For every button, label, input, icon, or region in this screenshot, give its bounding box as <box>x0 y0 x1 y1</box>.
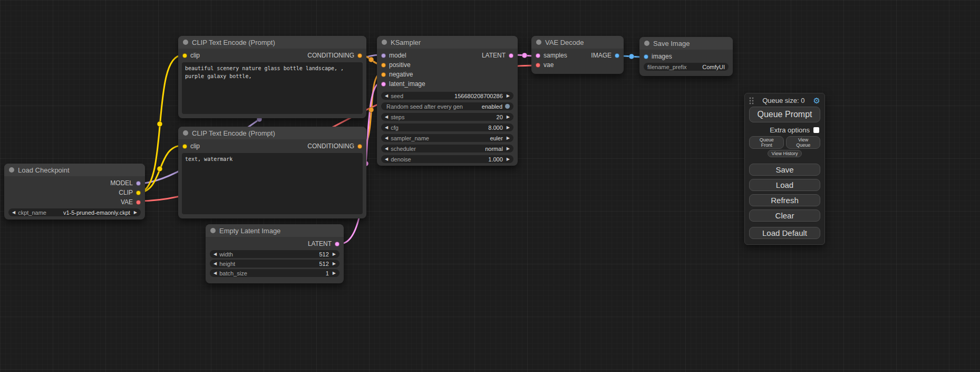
positive-prompt-textarea[interactable]: beautiful scenery nature glass bottle la… <box>182 62 363 114</box>
slot-row: clip CONDITIONING <box>178 51 366 60</box>
negative-prompt-textarea[interactable]: text, watermark <box>182 153 363 214</box>
queue-front-button[interactable]: Queue Front <box>749 136 784 149</box>
load-button[interactable]: Load <box>749 179 820 191</box>
node-title: Empty Latent Image <box>219 227 280 235</box>
widget-value: normal <box>485 146 503 152</box>
prev-option-arrow-icon[interactable]: ◀ <box>385 147 388 151</box>
widget-value: v1-5-pruned-emaonly.ckpt <box>63 209 130 216</box>
decrement-arrow-icon[interactable]: ◀ <box>385 94 388 98</box>
settings-gear-icon[interactable]: ⚙ <box>813 97 820 104</box>
ckpt-name-widget[interactable]: ◀ ckpt_name v1-5-pruned-emaonly.ckpt ▶ <box>8 208 141 216</box>
vae-output-socket[interactable] <box>136 200 141 205</box>
batch-size-widget[interactable]: ◀ batch_size 1 ▶ <box>210 269 339 277</box>
comfyui-canvas[interactable]: { "colors": { "model": "#B39DDB", "clip"… <box>0 0 980 372</box>
increment-arrow-icon[interactable]: ▶ <box>507 94 510 98</box>
vae-input-socket[interactable] <box>536 63 540 68</box>
images-input-socket[interactable] <box>644 54 648 59</box>
extra-options-checkbox[interactable] <box>813 127 819 133</box>
widget-value: enabled <box>482 103 502 110</box>
node-title-bar[interactable]: Save Image <box>639 37 733 50</box>
extra-options-label: Extra options <box>770 126 810 134</box>
increment-arrow-icon[interactable]: ▶ <box>134 211 137 215</box>
image-output-socket[interactable] <box>615 53 619 58</box>
negative-input-socket[interactable] <box>381 72 386 77</box>
node-load-checkpoint[interactable]: Load Checkpoint MODEL CLIP VAE ◀ ckpt_na… <box>4 164 145 220</box>
node-clip-text-encode-positive[interactable]: CLIP Text Encode (Prompt) clip CONDITION… <box>178 36 366 118</box>
node-title-bar[interactable]: Empty Latent Image <box>206 224 344 237</box>
increment-arrow-icon[interactable]: ▶ <box>333 252 336 256</box>
increment-arrow-icon[interactable]: ▶ <box>507 157 510 161</box>
input-label: vae <box>544 61 554 69</box>
refresh-button[interactable]: Refresh <box>749 194 820 206</box>
widget-value: ComfyUI <box>702 64 725 70</box>
node-vae-decode[interactable]: VAE Decode samples IMAGE vae <box>531 36 624 74</box>
drag-handle-icon[interactable] <box>749 97 754 104</box>
view-history-button[interactable]: View History <box>768 150 802 157</box>
steps-widget[interactable]: ◀ steps 20 ▶ <box>381 113 513 121</box>
decrement-arrow-icon[interactable]: ◀ <box>214 271 217 275</box>
clip-input-socket[interactable] <box>182 53 187 58</box>
increment-arrow-icon[interactable]: ▶ <box>333 271 336 275</box>
decrement-arrow-icon[interactable]: ◀ <box>12 211 15 215</box>
decrement-arrow-icon[interactable]: ◀ <box>385 115 388 119</box>
decrement-arrow-icon[interactable]: ◀ <box>214 262 217 266</box>
prev-option-arrow-icon[interactable]: ◀ <box>385 136 388 140</box>
collapse-dot[interactable] <box>536 40 541 45</box>
decrement-arrow-icon[interactable]: ◀ <box>385 126 388 130</box>
node-title-bar[interactable]: Load Checkpoint <box>4 164 145 176</box>
clear-button[interactable]: Clear <box>749 209 820 222</box>
model-input-socket[interactable] <box>381 53 386 58</box>
increment-arrow-icon[interactable]: ▶ <box>507 126 510 130</box>
collapse-dot[interactable] <box>183 130 188 136</box>
node-ksampler[interactable]: KSampler model LATENT positive negative <box>377 36 518 166</box>
decrement-arrow-icon[interactable]: ◀ <box>385 157 388 161</box>
collapse-dot[interactable] <box>9 167 14 173</box>
save-button[interactable]: Save <box>749 164 820 176</box>
latent-image-input-socket[interactable] <box>381 82 386 87</box>
random-seed-toggle-widget[interactable]: Random seed after every gen enabled <box>381 102 513 110</box>
widget-value: 1.000 <box>488 156 503 163</box>
node-clip-text-encode-negative[interactable]: CLIP Text Encode (Prompt) clip CONDITION… <box>178 127 366 218</box>
node-title-bar[interactable]: KSampler <box>377 36 518 49</box>
next-option-arrow-icon[interactable]: ▶ <box>507 136 510 140</box>
height-widget[interactable]: ◀ height 512 ▶ <box>210 260 339 268</box>
filename-prefix-widget[interactable]: filename_prefix ComfyUI <box>644 63 729 71</box>
increment-arrow-icon[interactable]: ▶ <box>507 115 510 119</box>
queue-prompt-button[interactable]: Queue Prompt <box>749 107 820 122</box>
slot-row: vae <box>531 60 624 70</box>
denoise-widget[interactable]: ◀ denoise 1.000 ▶ <box>381 155 513 163</box>
collapse-dot[interactable] <box>210 228 216 233</box>
clip-input-socket[interactable] <box>182 144 187 149</box>
node-title-bar[interactable]: CLIP Text Encode (Prompt) <box>178 36 366 49</box>
node-title-bar[interactable]: VAE Decode <box>531 36 624 49</box>
widget-value: euler <box>490 135 502 141</box>
widget-label: scheduler <box>391 146 416 152</box>
next-option-arrow-icon[interactable]: ▶ <box>507 147 510 151</box>
widget-label: denoise <box>391 156 411 163</box>
samples-input-socket[interactable] <box>536 53 540 58</box>
seed-widget[interactable]: ◀ seed 156680208700286 ▶ <box>381 92 513 100</box>
width-widget[interactable]: ◀ width 512 ▶ <box>210 250 339 258</box>
node-empty-latent-image[interactable]: Empty Latent Image LATENT ◀ width 512 ▶ … <box>206 224 344 283</box>
scheduler-widget[interactable]: ◀ scheduler normal ▶ <box>381 145 513 152</box>
conditioning-output-socket[interactable] <box>357 53 362 58</box>
output-label: LATENT <box>482 52 506 59</box>
sampler-name-widget[interactable]: ◀ sampler_name euler ▶ <box>381 134 513 142</box>
positive-input-socket[interactable] <box>381 63 386 68</box>
collapse-dot[interactable] <box>382 40 387 45</box>
collapse-dot[interactable] <box>644 41 649 46</box>
node-title-bar[interactable]: CLIP Text Encode (Prompt) <box>178 127 366 139</box>
toggle-knob[interactable] <box>505 104 510 109</box>
collapse-dot[interactable] <box>183 40 188 45</box>
view-queue-button[interactable]: View Queue <box>786 136 820 149</box>
cfg-widget[interactable]: ◀ cfg 8.000 ▶ <box>381 123 513 131</box>
conditioning-output-socket[interactable] <box>357 144 362 149</box>
latent-output-socket[interactable] <box>509 53 513 58</box>
node-save-image[interactable]: Save Image images filename_prefix ComfyU… <box>639 37 733 76</box>
decrement-arrow-icon[interactable]: ◀ <box>214 252 217 256</box>
clip-output-socket[interactable] <box>136 190 141 195</box>
model-output-socket[interactable] <box>136 181 141 186</box>
latent-output-socket[interactable] <box>335 242 339 246</box>
increment-arrow-icon[interactable]: ▶ <box>333 262 336 266</box>
load-default-button[interactable]: Load Default <box>749 227 820 239</box>
